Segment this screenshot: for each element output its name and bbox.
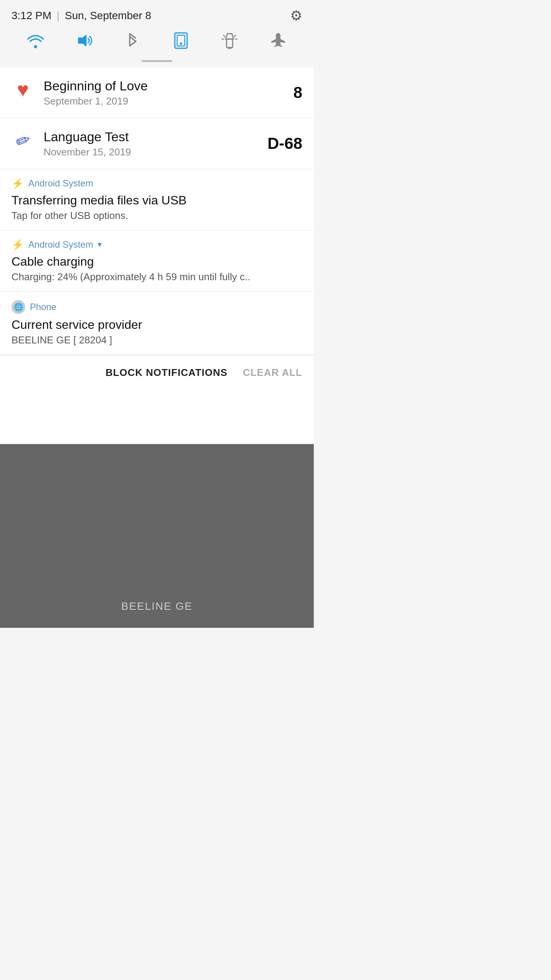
notification-language-test[interactable]: ✏ Language Test November 15, 2019 D-68 [0,118,314,169]
system-body-service-provider: BEELINE GE [ 28204 ] [11,334,302,346]
notif-content-language-test: Language Test November 15, 2019 [44,129,258,158]
system-source-charging: Android System [28,239,93,250]
notif-content-beginning-of-love: Beginning of Love September 1, 2019 [44,78,284,107]
usb-icon: ⚡ [11,178,24,189]
status-time-date: 3:12 PM | Sun, September 8 [11,10,151,22]
notif-badge-beginning-of-love: 8 [293,83,302,102]
system-body-usb: Tap for other USB options. [11,210,302,222]
drag-handle [0,57,314,67]
dark-overlay: BEELINE GE [0,444,314,628]
airplane-toggle[interactable] [269,31,287,53]
volume-toggle[interactable] [75,31,93,53]
screen-lock-toggle[interactable] [172,31,190,53]
system-title-service-provider: Current service provider [11,318,302,332]
block-notifications-button[interactable]: BLOCK NOTIFICATIONS [106,367,228,379]
system-notif-header-charging: ⚡ Android System ▾ [11,239,302,251]
status-bar: 3:12 PM | Sun, September 8 ⚙ [0,0,314,28]
notification-service-provider[interactable]: 🌐 Phone Current service provider BEELINE… [0,292,314,355]
carrier-name: BEELINE GE [121,600,193,612]
notif-title-language-test: Language Test [44,129,258,145]
status-divider: | [57,10,59,22]
notification-cable-charging[interactable]: ⚡ Android System ▾ Cable charging Chargi… [0,230,314,292]
status-date: Sun, September 8 [65,10,152,22]
bluetooth-toggle[interactable] [124,31,142,53]
wifi-toggle[interactable] [26,31,45,53]
system-title-charging: Cable charging [11,255,302,269]
svg-point-3 [180,42,182,45]
clear-all-button[interactable]: CLEAR ALL [243,367,302,379]
system-source-phone: Phone [30,302,56,312]
notification-beginning-of-love[interactable]: ♥ Beginning of Love September 1, 2019 8 [0,67,314,118]
notif-subtitle-language-test: November 15, 2019 [44,146,258,158]
notif-title-beginning-of-love: Beginning of Love [44,78,284,94]
bolt-icon: ⚡ [11,239,24,251]
pencil-icon-container: ✏ [11,129,34,152]
system-title-usb: Transferring media files via USB [11,193,302,207]
svg-line-7 [234,35,236,37]
svg-rect-4 [227,39,233,47]
svg-marker-0 [78,34,86,47]
notif-badge-language-test: D-68 [267,134,302,153]
system-notif-header-usb: ⚡ Android System [11,178,302,189]
quick-settings-row [0,28,314,57]
notif-subtitle-beginning-of-love: September 1, 2019 [44,95,284,107]
chevron-down-icon[interactable]: ▾ [98,240,102,250]
notification-usb-transfer[interactable]: ⚡ Android System Transferring media file… [0,169,314,230]
status-time: 3:12 PM [11,10,51,22]
settings-gear-icon[interactable]: ⚙ [290,8,302,24]
heart-icon-container: ♥ [11,78,34,101]
system-notif-header-phone: 🌐 Phone [11,300,302,314]
svg-line-6 [223,35,225,37]
notification-panel: ♥ Beginning of Love September 1, 2019 8 … [0,67,314,444]
action-bar: BLOCK NOTIFICATIONS CLEAR ALL [0,355,314,390]
system-body-charging: Charging: 24% (Approximately 4 h 59 min … [11,271,302,283]
drag-handle-line [142,60,172,62]
system-source-usb: Android System [28,178,93,189]
torch-toggle[interactable] [220,31,239,53]
pencil-icon: ✏ [12,128,33,153]
heart-icon: ♥ [17,78,29,101]
globe-icon: 🌐 [11,300,25,314]
